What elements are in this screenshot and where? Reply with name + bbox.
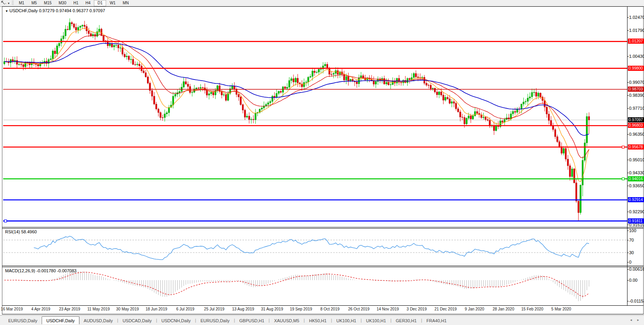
level-handle-0.91811[interactable]: [4, 220, 7, 222]
price-tick-label: 0.96350: [629, 132, 644, 137]
rsi-tick-dash: [627, 231, 629, 231]
date-label: 16 Mar 2019: [1, 307, 23, 311]
ma-fast-line: [4, 28, 589, 182]
date-label: 19 Sep 2019: [290, 307, 312, 311]
date-label: 15 Feb 2020: [521, 307, 543, 311]
price-tick-label: 0.94330: [629, 170, 644, 175]
trading-terminal: ▾ M1M5M15M30H1H4D1W1MN ▼ USDCHF,Daily 0.…: [0, 0, 644, 325]
price-tick-dash: [627, 186, 629, 186]
price-tick-label: 1.01790: [629, 28, 644, 33]
price-tick-label: 0.93650: [629, 183, 644, 188]
chart-title: ▼ USDCHF,Daily 0.97279 0.97494 0.96377 0…: [5, 8, 105, 13]
level-handle-0.95678[interactable]: [622, 146, 624, 148]
macd-tick-dash: [627, 280, 629, 281]
chart-tab-usdcnh-daily[interactable]: USDCNH,Daily: [157, 317, 195, 325]
price-level-badge-0.96803: 0.96803: [628, 123, 644, 128]
chart-tab-audusd-daily[interactable]: AUDUSD,Daily: [79, 317, 117, 325]
chart-tab-usdcad-daily[interactable]: USDCAD,Daily: [118, 317, 156, 325]
price-tick-dash: [627, 212, 629, 212]
macd-tick-label: 0.006167: [629, 267, 644, 271]
chart-tab-ger30-h1[interactable]: GER30,H1: [391, 317, 421, 325]
date-label: 3 Dec 2019: [407, 307, 427, 311]
price-level-badge-0.91811: 0.91811: [628, 218, 644, 223]
price-level-badge-1.01207: 1.01207: [628, 39, 644, 44]
macd-indicator-label: MACD(12,26,9) -0.001780 -0.007083: [5, 268, 77, 273]
chart-canvas: [0, 0, 644, 325]
date-label: 30 May 2019: [116, 307, 139, 311]
chart-tab-bar: EURUSD,DailyUSDCHF,DailyAUDUSD,Daily|USD…: [0, 315, 644, 325]
macd-tick-label: 0.00: [629, 278, 637, 283]
macd-tick-dash: [627, 269, 629, 270]
price-tick-dash: [627, 160, 629, 160]
price-level-badge-0.95678: 0.95678: [628, 144, 644, 150]
macd-histogram: [4, 271, 589, 301]
price-tick-dash: [627, 134, 629, 135]
price-level-badge-0.99800: 0.99800: [628, 66, 644, 71]
price-tick-dash: [627, 82, 629, 83]
rsi-tick-dash: [627, 253, 629, 253]
date-label: 23 Apr 2019: [59, 307, 80, 311]
rsi-tick-label: 0: [629, 260, 631, 264]
chart-title-text: USDCHF,Daily 0.97279 0.97494 0.96377 0.9…: [9, 8, 105, 13]
chart-tab-hk50-h1[interactable]: HK50,H1: [305, 317, 331, 325]
date-label: 4 Apr 2019: [31, 307, 50, 311]
rsi-tick-label: 30: [629, 250, 634, 255]
chart-collapse-icon[interactable]: ▼: [5, 9, 8, 13]
price-level-badge-0.98703: 0.98703: [628, 87, 644, 92]
price-level-badge-0.94016: 0.94016: [628, 176, 644, 181]
date-label: 26 Oct 2019: [348, 307, 369, 311]
price-tick-dash: [627, 225, 629, 225]
chart-tab-eurusd-daily[interactable]: EURUSD,Daily: [196, 317, 234, 325]
chart-tab-fra40-h1[interactable]: FRA40,H1: [422, 317, 451, 325]
date-label: 31 Aug 2019: [261, 307, 283, 311]
price-tick-dash: [627, 108, 629, 109]
macd-signal-line: [4, 272, 589, 296]
tab-scroll-left-button[interactable]: ◂: [629, 318, 633, 322]
price-tick-label: 0.98390: [629, 93, 644, 98]
date-label: 28 Jan 2020: [493, 307, 514, 311]
level-handle-0.94016[interactable]: [622, 178, 624, 180]
price-tick-label: 1.02470: [629, 15, 644, 20]
price-tick-dash: [627, 173, 629, 173]
date-label: 18 Jun 2019: [145, 307, 167, 311]
date-label: 13 Aug 2019: [232, 307, 254, 311]
macd-tick-dash: [627, 301, 629, 301]
price-tick-label: 0.99070: [629, 80, 644, 85]
date-label: 5 Mar 2020: [551, 307, 571, 311]
date-label: 14 Nov 2019: [376, 307, 399, 311]
candlestick-series: [4, 18, 590, 221]
date-label: 6 Jul 2019: [176, 307, 194, 311]
tab-scroll-right-button[interactable]: ▸: [636, 318, 640, 322]
chart-tab-uk100-h1[interactable]: UK100,H1: [332, 317, 361, 325]
date-label: 25 Jul 2019: [204, 307, 224, 311]
price-tick-label: 0.92290: [629, 209, 644, 214]
rsi-tick-dash: [627, 240, 629, 240]
price-tick-label: 1.00430: [629, 54, 644, 59]
date-label: 21 Dec 2019: [435, 307, 457, 311]
rsi-indicator-label: RSI(14) 58.4960: [5, 229, 37, 234]
price-tick-label: 0.97710: [629, 106, 644, 111]
ma-mid-line: [4, 35, 589, 157]
price-level-badge-0.92914: 0.92914: [628, 197, 644, 202]
price-tick-dash: [627, 30, 629, 31]
date-label: 8 Oct 2019: [320, 307, 339, 311]
price-tick-dash: [627, 56, 629, 57]
rsi-tick-label: 100: [629, 228, 636, 233]
chart-tab-gbpusd-h1[interactable]: GBPUSD,H1: [235, 317, 269, 325]
chart-tab-eurusd-daily[interactable]: EURUSD,Daily: [4, 317, 42, 325]
rsi-tick-dash: [627, 262, 629, 262]
price-tick-dash: [627, 95, 629, 96]
price-tick-dash: [627, 17, 629, 18]
rsi-line: [34, 236, 589, 260]
chart-tab-uk100-h1[interactable]: UK100,H1: [362, 317, 391, 325]
price-tick-label: 0.95010: [629, 157, 644, 162]
rsi-tick-label: 70: [629, 238, 634, 242]
date-label: 11 May 2019: [87, 307, 110, 311]
chart-tab-usdchf-daily[interactable]: USDCHF,Daily: [42, 316, 79, 325]
macd-tick-label: -0.011531: [629, 299, 644, 303]
current-price-badge: 0.97097: [628, 117, 644, 122]
date-label: 9 Jan 2020: [465, 307, 484, 311]
chart-tab-xauusd-m5[interactable]: XAUUSD,M5: [270, 317, 303, 325]
